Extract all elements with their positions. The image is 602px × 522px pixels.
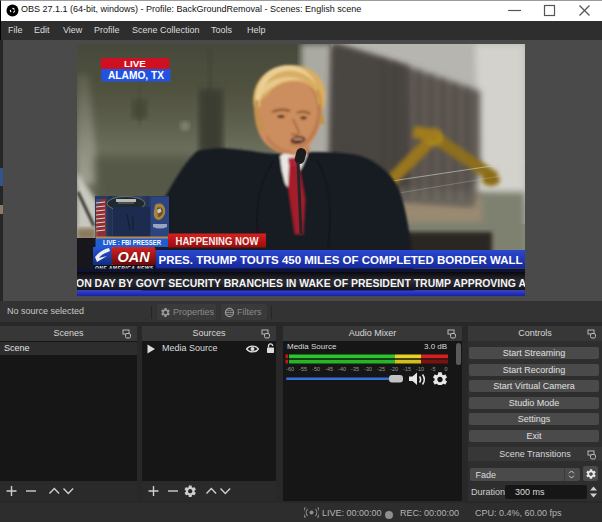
svg-text:-10: -10	[416, 366, 424, 372]
svg-text:ALAMO, TX: ALAMO, TX	[108, 70, 164, 81]
svg-text:-25: -25	[377, 366, 385, 372]
svg-text:-40: -40	[338, 366, 346, 372]
svg-text:-60: -60	[286, 366, 294, 372]
svg-text:0: 0	[445, 366, 448, 372]
svg-text:OAN: OAN	[117, 249, 150, 265]
svg-text:-15: -15	[403, 366, 411, 372]
svg-text:HAPPENING NOW: HAPPENING NOW	[176, 235, 259, 247]
svg-text:-30: -30	[364, 366, 372, 372]
svg-text:-20: -20	[390, 366, 398, 372]
svg-text:LIVE: LIVE	[124, 58, 146, 69]
svg-text:-45: -45	[325, 366, 333, 372]
svg-text:-50: -50	[312, 366, 320, 372]
svg-text:PRES. TRUMP TOUTS 450 MILES OF: PRES. TRUMP TOUTS 450 MILES OF COMPLETED…	[159, 254, 523, 266]
svg-text:-35: -35	[351, 366, 359, 372]
svg-text:ON DAY BY GOVT SECURITY BRANCH: ON DAY BY GOVT SECURITY BRANCHES IN WAKE…	[77, 277, 525, 289]
svg-text:-5: -5	[431, 366, 436, 372]
svg-text:-55: -55	[299, 366, 307, 372]
svg-text:LIVE : FBI PRESSER: LIVE : FBI PRESSER	[103, 239, 161, 246]
